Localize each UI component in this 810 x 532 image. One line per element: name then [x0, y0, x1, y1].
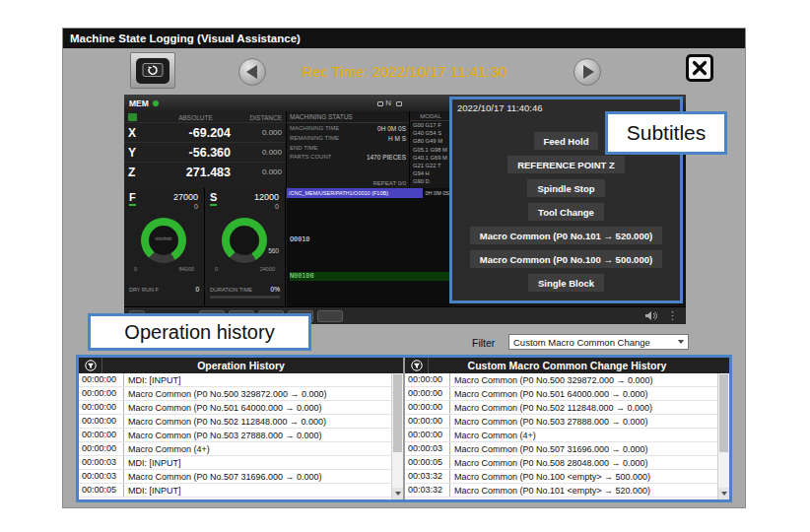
axis-absolute-value: 271.483 — [144, 166, 240, 179]
row-event: Macro Common (P0 No.503 27888.000 → 0.00… — [124, 431, 322, 440]
next-record-button[interactable] — [574, 58, 601, 86]
history-row[interactable]: 00:00:00 Macro Common (P0 No.501 64000.0… — [405, 387, 717, 401]
subtitle-items: Feed Hold REFERENCE POINT Z Spindle Stop… — [452, 132, 680, 292]
history-row[interactable]: 00:00:03 Macro Common (P0 No.507 31696.0… — [79, 470, 391, 484]
row-event: MDI: [INPUT] — [124, 486, 181, 496]
row-event: Macro Common (P0 No.501 64000.000 → 0.00… — [450, 389, 648, 399]
machining-row-value: 0H 0M 0S — [377, 125, 406, 132]
axis-row: Y -56.360 0.000 — [124, 142, 286, 162]
duration-row: DURATION TIME 0% — [210, 286, 280, 293]
feed-label: F — [129, 191, 136, 206]
feed-minmax: 0 84000 — [134, 266, 194, 272]
spindle-label: S — [210, 191, 217, 206]
axis-distance-value: 0.000 — [240, 128, 282, 137]
history-row[interactable]: 00:00:00 Macro Common (P0 No.503 27888.0… — [405, 415, 717, 429]
scrollbar[interactable] — [717, 373, 729, 499]
operation-history-header: Operation History — [79, 358, 403, 373]
row-event: Macro Common (P0 No.508 28048.000 → 0.00… — [450, 458, 648, 468]
cnc-modal-panel: MODAL G00 G17 F G40 G54 S G80 G49 M G05.… — [410, 111, 452, 188]
more-options-icon[interactable]: ⋮ — [667, 309, 678, 321]
axis-letter: X — [128, 126, 144, 140]
distance-column-header: DISTANCE — [240, 114, 282, 121]
feed-gauge: F 27000 0 mm/min 0 84000 DRY RUN F 0 — [124, 188, 205, 306]
scroll-down-button[interactable] — [718, 488, 729, 499]
subtitle-item: Single Block — [528, 274, 604, 292]
axis-absolute-value: -56.360 — [144, 146, 240, 160]
custom-macro-history-title: Custom Macro Common Change History — [429, 360, 729, 371]
row-event: Macro Common (4+) — [450, 431, 536, 440]
axis-status-icon — [128, 113, 137, 121]
row-timestamp: 00:00:03 — [79, 456, 124, 469]
modal-line: G90 D — [410, 177, 451, 185]
record-timestamp: 2022/10/17 11:40:46 — [457, 102, 542, 113]
filter-funnel-button[interactable] — [79, 358, 102, 373]
row-timestamp: 00:00:00 — [405, 373, 450, 386]
filter-selected-value: Custom Macro Common Change — [513, 337, 678, 348]
history-row[interactable]: 00:00:05 Macro Common (P0 No.508 28048.0… — [405, 456, 717, 470]
filter-funnel-button[interactable] — [405, 358, 429, 373]
row-timestamp: 00:00:03 — [79, 470, 124, 483]
modal-line: G80 G49 M — [410, 137, 451, 145]
history-row[interactable]: 00:00:00 MDI: [INPUT] — [79, 373, 391, 387]
row-event: Macro Common (P0 No.100 <empty> → 500.00… — [450, 472, 650, 482]
gcode-line: N00100 — [290, 272, 449, 281]
modal-line: G40 G54 S — [410, 129, 451, 137]
rec-time-label: Rec Time: 2022/10/17 11:41:30 — [63, 63, 745, 80]
subtitle-item: Macro Common (P0 No.101 → 520.000) — [470, 227, 662, 244]
machining-row-label: END TIME — [290, 145, 318, 151]
feed-unit: mm/min — [124, 236, 203, 241]
spindle-dial-icon — [222, 218, 267, 263]
repeat-counter: REPEAT 0/0 — [373, 180, 406, 186]
row-event: Macro Common (P0 No.502 112848.000 → 0.0… — [124, 417, 326, 427]
spindle-value: 12000 — [254, 192, 279, 202]
feed-zero: 0 — [194, 203, 198, 210]
subtitle-item: Spindle Stop — [527, 179, 604, 197]
modal-line: G40.1 G69 M — [410, 154, 451, 162]
close-button[interactable] — [686, 54, 713, 82]
history-row[interactable]: 00:00:00 Macro Common (4+) — [405, 429, 717, 442]
spindle-extra-value: 560 — [268, 247, 279, 254]
history-row[interactable]: 00:00:05 MDI: [INPUT] — [79, 484, 391, 498]
scroll-down-button[interactable] — [392, 488, 403, 499]
history-row[interactable]: 00:03:32 Macro Common (P0 No.101 <empty>… — [405, 484, 717, 498]
row-event: MDI: [INPUT] — [124, 375, 181, 385]
machining-row-label: REMAINING TIME — [290, 135, 339, 142]
custom-macro-history-rows: 00:00:00 Macro Common (P0 No.500 329872.… — [405, 373, 717, 499]
scrollbar-thumb[interactable] — [719, 374, 728, 452]
row-timestamp: 00:03:32 — [405, 470, 450, 483]
scrollbar[interactable] — [391, 373, 403, 499]
history-tables: Operation History 00:00:00 MDI: [INPUT] … — [76, 355, 732, 502]
axis-row: X -69.204 0.000 — [124, 122, 286, 142]
subtitles-callout: Subtitles — [605, 111, 727, 155]
operation-history-table: Operation History 00:00:00 MDI: [INPUT] … — [79, 358, 403, 499]
history-row[interactable]: 00:00:00 Macro Common (P0 No.500 329872.… — [405, 373, 717, 387]
row-event: Macro Common (P0 No.501 64000.000 → 0.00… — [124, 403, 322, 413]
filter-select[interactable]: Custom Macro Common Change — [508, 334, 689, 350]
history-row[interactable]: 00:00:03 Macro Common (P0 No.507 31696.0… — [405, 442, 717, 456]
history-row[interactable]: 00:00:00 Macro Common (P0 No.502 112848.… — [405, 401, 717, 415]
history-row[interactable]: 00:00:00 Macro Common (P0 No.503 27888.0… — [79, 429, 391, 442]
machining-rows: MACHINING TIME 0H 0M 0S REMAINING TIME H… — [287, 123, 409, 162]
history-row[interactable]: 00:00:00 Macro Common (P0 No.500 329872.… — [79, 387, 391, 401]
modal-line: G00 G17 F — [410, 121, 451, 129]
subtitle-item: Tool Change — [528, 203, 604, 221]
history-row[interactable]: 00:00:00 Macro Common (P0 No.502 112848.… — [79, 415, 391, 429]
row-event: Macro Common (P0 No.502 112848.000 → 0.0… — [450, 403, 652, 413]
spindle-min: 0 — [215, 266, 218, 272]
history-row[interactable]: 00:00:03 MDI: [INPUT] — [79, 456, 391, 470]
funnel-icon — [85, 360, 97, 371]
history-row[interactable]: 00:00:00 Macro Common (4+) — [79, 442, 391, 456]
funnel-icon — [411, 360, 423, 371]
cnc-gauges-panel: F 27000 0 mm/min 0 84000 DRY RUN F 0 S — [124, 188, 287, 306]
speaker-icon[interactable] — [644, 310, 657, 321]
history-row[interactable]: 00:00:00 Macro Common (P0 No.501 64000.0… — [79, 401, 391, 415]
spindle-gauge: S 12000 0 560 0 24000 DURATION TIME 0% — [205, 188, 286, 306]
softkey-button — [317, 310, 343, 322]
dry-run-value: 0 — [195, 286, 199, 293]
row-timestamp: 00:00:00 — [79, 415, 124, 428]
playback-controls: ⋮ — [644, 309, 678, 321]
history-row[interactable]: 00:03:32 Macro Common (P0 No.100 <empty>… — [405, 470, 717, 484]
scrollbar-thumb[interactable] — [393, 374, 402, 452]
row-timestamp: 00:00:00 — [79, 387, 124, 400]
spindle-max: 24000 — [260, 266, 275, 272]
